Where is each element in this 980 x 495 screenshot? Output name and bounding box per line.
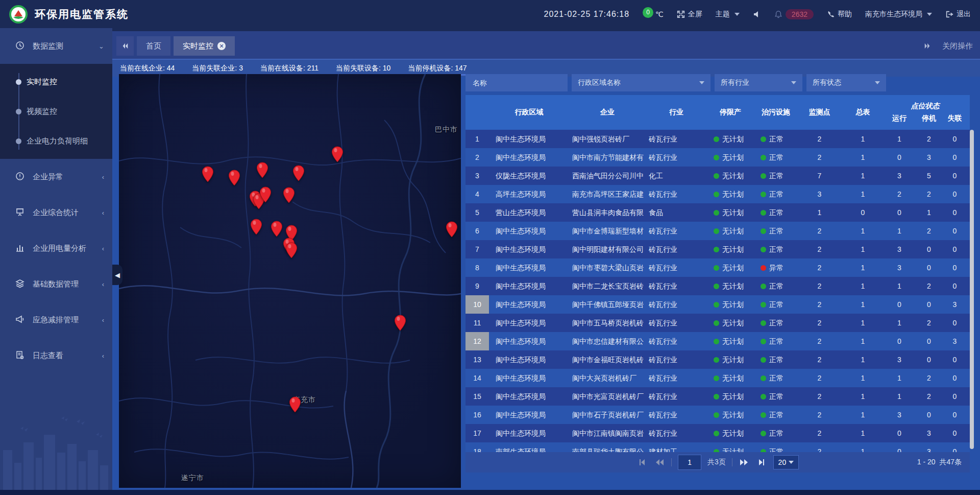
map-marker-pin[interactable] — [394, 315, 406, 331]
map-marker-pin[interactable] — [289, 396, 301, 413]
table-row[interactable]: 17阆中生态环境局阆中市江南镇阆南页岩砖瓦行业无计划正常21030 — [465, 424, 970, 442]
cell-treatment: 正常 — [754, 167, 798, 185]
close-tab-icon[interactable]: ✕ — [217, 42, 226, 50]
sidebar-item-4[interactable]: 企业用电量分析‹ — [0, 230, 112, 266]
page-size-select[interactable]: 20 — [773, 455, 799, 469]
sidebar-item-1[interactable]: 数据监测⌄ — [0, 28, 112, 64]
cell-company: 阆中市金博瑞新型墙材 — [569, 222, 646, 240]
notifications[interactable]: 2632 — [774, 9, 814, 19]
fullscreen-button[interactable]: 全屏 — [677, 10, 702, 19]
sidebar-subitem-2[interactable]: 视频监控 — [0, 97, 112, 126]
sidebar-item-7[interactable]: 日志查看‹ — [0, 338, 112, 373]
table-row[interactable]: 15阆中生态环境局阆中市光富页岩机砖厂砖瓦行业无计划正常21120 — [465, 387, 970, 406]
table-row[interactable]: 6阆中生态环境局阆中市金博瑞新型墙材砖瓦行业无计划正常21120 — [465, 222, 970, 240]
first-page-button[interactable] — [636, 457, 648, 468]
cell-region: 仪陇生态环境局 — [489, 167, 569, 185]
map-marker-pin[interactable] — [331, 146, 344, 162]
next-page-button[interactable] — [739, 457, 750, 468]
map-marker-pin[interactable] — [271, 221, 283, 237]
cell-meters: 1 — [841, 148, 885, 167]
row-number: 15 — [465, 387, 489, 406]
table-scrollbar[interactable] — [970, 130, 974, 449]
status-filter-select[interactable]: 所有状态 — [806, 74, 886, 91]
table-row[interactable]: 14阆中生态环境局阆中大兴页岩机砖厂砖瓦行业无计划正常21120 — [465, 369, 970, 387]
theme-dropdown[interactable]: 主题 — [716, 10, 740, 19]
map-marker-pin[interactable] — [283, 187, 295, 203]
table-row[interactable]: 16阆中生态环境局阆中市石子页岩机砖厂砖瓦行业无计划正常21300 — [465, 406, 970, 424]
org-dropdown[interactable]: 南充市生态环境局 — [865, 10, 932, 19]
cell-monitors: 2 — [798, 442, 841, 452]
sound-button[interactable] — [753, 10, 761, 18]
cell-industry: 砖瓦行业 — [646, 185, 707, 203]
chevrons-right-icon[interactable] — [924, 42, 931, 50]
table-row[interactable]: 11阆中生态环境局阆中市五马桥页岩机砖砖瓦行业无计划正常21120 — [465, 314, 970, 332]
megaphone-icon — [15, 315, 24, 325]
sidebar-collapse-handle[interactable]: ◀ — [112, 265, 122, 285]
logout-button[interactable]: 退出 — [945, 10, 971, 19]
sidebar-item-3[interactable]: 企业综合统计‹ — [0, 195, 112, 230]
table-row[interactable]: 7阆中生态环境局阆中明阳建材有限公司砖瓦行业无计划正常21300 — [465, 240, 970, 258]
tab-realtime-monitor[interactable]: 实时监控 ✕ — [174, 36, 235, 56]
cell-run: 1 — [885, 130, 914, 148]
map-marker-pin[interactable] — [202, 166, 214, 182]
region-filter-select[interactable]: 行政区域名称 — [572, 74, 710, 91]
map-marker-pin[interactable] — [285, 242, 298, 258]
close-operations-button[interactable]: 关闭操作 — [942, 41, 973, 51]
map-marker-pin[interactable] — [250, 219, 262, 235]
map-marker-pin[interactable] — [292, 165, 305, 181]
map-panel[interactable]: 巴中市南充市遂宁市 — [119, 74, 461, 488]
table-row[interactable]: 18南部生态环境局南部县瑞华土陶有限公建材加工无计划正常21030 — [465, 442, 970, 452]
map-marker-pin[interactable] — [228, 170, 240, 186]
map-marker-pin[interactable] — [256, 162, 268, 178]
sidebar-menu: 数据监测⌄实时监控视频监控企业电力负荷明细企业异常‹企业综合统计‹企业用电量分析… — [0, 28, 112, 373]
name-filter-input[interactable] — [472, 78, 561, 87]
cell-lost: 0 — [944, 167, 966, 185]
row-number: 13 — [465, 350, 489, 369]
table-row[interactable]: 3仪陇生态环境局西南油气田分公司川中化工无计划正常71350 — [465, 167, 970, 185]
bar-chart-icon — [15, 243, 24, 254]
table-row[interactable]: 12阆中生态环境局阆中市忠信建材有限公砖瓦行业无计划正常21003 — [465, 332, 970, 350]
last-page-button[interactable] — [756, 457, 767, 468]
table-row[interactable]: 13阆中生态环境局阆中市金福旺页岩机砖砖瓦行业无计划正常21300 — [465, 350, 970, 369]
table-row[interactable]: 8阆中生态环境局阆中市枣碧大梁山页岩砖瓦行业无计划异常21300 — [465, 258, 970, 277]
cell-run: 0 — [885, 424, 914, 442]
cell-industry: 砖瓦行业 — [646, 240, 707, 258]
tabs-scroll-left-button[interactable] — [116, 36, 134, 56]
sidebar-subitem-1[interactable]: 实时监控 — [0, 67, 112, 97]
cell-treatment: 正常 — [754, 332, 798, 350]
status-dot-green — [714, 431, 719, 436]
map-marker-pin[interactable] — [259, 186, 272, 203]
table-row[interactable]: 9阆中生态环境局阆中市二龙长宝页岩砖砖瓦行业无计划正常21120 — [465, 277, 970, 295]
cell-region: 阆中生态环境局 — [489, 332, 569, 350]
table-row[interactable]: 2阆中生态环境局阆中市南方节能建材有砖瓦行业无计划正常21030 — [465, 148, 970, 167]
cell-monitors: 2 — [798, 406, 841, 424]
cell-company: 南充市高坪区王家店建 — [569, 185, 646, 203]
tab-home[interactable]: 首页 — [137, 36, 170, 56]
table-row[interactable]: 10阆中生态环境局阆中千佛镇五郎垭页岩砖瓦行业无计划正常21003 — [465, 295, 970, 314]
status-dot-green — [714, 155, 719, 160]
cell-run: 3 — [885, 240, 914, 258]
help-button[interactable]: 帮助 — [827, 10, 852, 19]
sidebar-item-5[interactable]: 基础数据管理‹ — [0, 266, 112, 302]
row-number: 6 — [465, 222, 489, 240]
map-city-label: 遂宁市 — [181, 474, 204, 483]
status-dot-green — [761, 375, 766, 381]
cell-stop: 0 — [914, 406, 944, 424]
cell-monitors: 2 — [798, 130, 841, 148]
cell-stop: 2 — [914, 277, 944, 295]
table-row[interactable]: 5营山生态环境局营山县润丰肉食品有限食品无计划正常10010 — [465, 203, 970, 222]
page-number-input[interactable] — [678, 455, 701, 470]
map-marker-pin[interactable] — [446, 221, 458, 238]
cell-region: 阆中生态环境局 — [489, 424, 569, 442]
cell-stop: 0 — [914, 240, 944, 258]
sidebar-item-2[interactable]: 企业异常‹ — [0, 159, 112, 195]
pagination-bar: 共3页 20 1 - 20 共47条 — [465, 452, 970, 473]
industry-filter-select[interactable]: 所有行业 — [715, 74, 802, 91]
sidebar-item-6[interactable]: 应急减排管理‹ — [0, 302, 112, 338]
col-company: 企业 — [569, 95, 646, 130]
sidebar-subitem-3[interactable]: 企业电力负荷明细 — [0, 126, 112, 156]
table-row[interactable]: 4高坪生态环境局南充市高坪区王家店建砖瓦行业无计划正常31220 — [465, 185, 970, 203]
table-row[interactable]: 1阆中生态环境局阆中强锐页岩砖厂砖瓦行业无计划正常21120 — [465, 130, 970, 148]
cell-monitors: 2 — [798, 350, 841, 369]
prev-page-button[interactable] — [654, 457, 665, 468]
